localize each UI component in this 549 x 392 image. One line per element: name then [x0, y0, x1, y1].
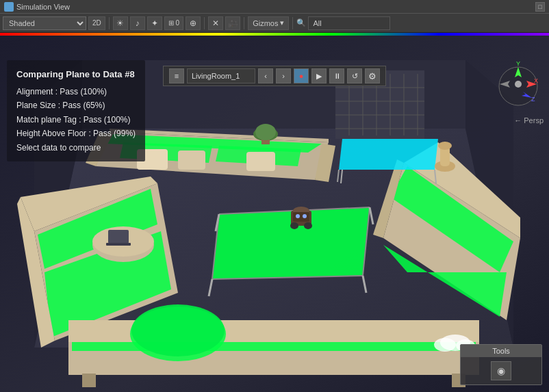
tools-action-icon: ◉ [497, 365, 505, 376]
svg-marker-47 [339, 139, 438, 170]
rainbow-bar [0, 33, 549, 36]
svg-point-65 [290, 222, 298, 229]
top-toolbar: Shaded Wireframe Shaded Wireframe 2D ☀ ♪… [0, 14, 549, 33]
step-button[interactable]: ↺ [347, 68, 362, 83]
svg-marker-35 [68, 320, 479, 342]
scene-name-display: LivingRoom_1 [187, 68, 255, 83]
toolbar-divider-2 [204, 17, 205, 29]
hamburger-button[interactable]: ≡ [169, 68, 184, 83]
tools-panel-header: Tools [461, 345, 541, 357]
svg-text:Z: Z [531, 96, 535, 103]
toolbar-divider-4 [292, 17, 293, 29]
search-input[interactable] [308, 16, 390, 30]
next-button[interactable]: › [276, 68, 291, 83]
height-above-floor-text: Height Above Floor : Pass (99%) [16, 127, 136, 140]
layers-button[interactable]: ⊞ 0 [164, 16, 183, 30]
scene-icon-button[interactable]: ⊕ [186, 16, 201, 30]
svg-rect-67 [293, 212, 309, 222]
svg-rect-53 [108, 230, 129, 244]
2d-toggle-button[interactable]: 2D [88, 16, 105, 30]
play-button[interactable]: ▶ [311, 68, 327, 83]
search-icon: 🔍 [296, 18, 306, 27]
title-bar: Simulation View □ [0, 0, 549, 14]
svg-point-62 [438, 142, 452, 150]
svg-text:X: X [534, 77, 538, 84]
match-plane-tag-text: Match plane Tag : Pass (100%) [16, 113, 136, 127]
svg-rect-71 [178, 151, 205, 170]
compass-widget: Y X Z [494, 60, 542, 108]
persp-label: ← Persp [514, 116, 544, 125]
audio-icon-button[interactable]: ♪ [130, 16, 145, 30]
svg-rect-54 [106, 243, 131, 246]
tools-panel-body: ◉ [461, 357, 541, 384]
record-button[interactable]: ● [294, 68, 309, 83]
pause-button[interactable]: ⏸ [329, 68, 344, 83]
tools-action-button[interactable]: ◉ [491, 361, 511, 380]
info-overlay: Comparing Plane to Data #8 Alignment : P… [7, 60, 145, 161]
svg-point-69 [303, 214, 307, 218]
light-icon-button[interactable]: ☀ [113, 16, 128, 30]
svg-rect-36 [82, 374, 96, 387]
overlay-title: Comparing Plane to Data #8 [16, 67, 136, 82]
gizmos-button[interactable]: Gizmos ▾ [248, 16, 289, 30]
svg-rect-72 [246, 152, 275, 171]
tools-panel: Tools ◉ [460, 344, 542, 385]
svg-text:Y: Y [516, 60, 520, 67]
tools-icon-button[interactable]: ✕ [208, 16, 223, 30]
playback-settings-button[interactable]: ⚙ [365, 68, 380, 83]
chevron-down-icon: ▾ [280, 18, 284, 27]
select-data-prompt: Select data to compare [16, 141, 136, 155]
playback-toolbar: ≡ LivingRoom_1 ‹ › ● ▶ ⏸ ↺ ⚙ [163, 66, 386, 86]
alignment-text: Alignment : Pass (100%) [16, 85, 136, 99]
svg-marker-34 [72, 342, 476, 351]
plane-size-text: Plane Size : Pass (65%) [16, 99, 136, 112]
gizmos-label: Gizmos [253, 19, 278, 27]
maximize-button[interactable]: □ [535, 2, 545, 12]
camera-icon-button[interactable]: 🎥 [225, 16, 240, 30]
svg-point-66 [304, 222, 312, 229]
svg-point-59 [255, 124, 276, 140]
simulation-icon [4, 2, 14, 12]
svg-point-56 [131, 304, 225, 356]
window-title: Simulation View [16, 3, 70, 11]
toolbar-divider-1 [109, 17, 110, 29]
scene-name-text: LivingRoom_1 [192, 72, 240, 80]
toolbar-divider-3 [244, 17, 244, 29]
svg-point-74 [434, 338, 456, 352]
prev-button[interactable]: ‹ [258, 68, 273, 83]
effects-icon-button[interactable]: ✦ [147, 16, 162, 30]
svg-point-68 [296, 214, 300, 218]
viewport[interactable]: ≡ LivingRoom_1 ‹ › ● ▶ ⏸ ↺ ⚙ [0, 33, 549, 392]
svg-point-81 [515, 81, 522, 88]
shading-mode-select[interactable]: Shaded Wireframe Shaded Wireframe [3, 16, 86, 30]
